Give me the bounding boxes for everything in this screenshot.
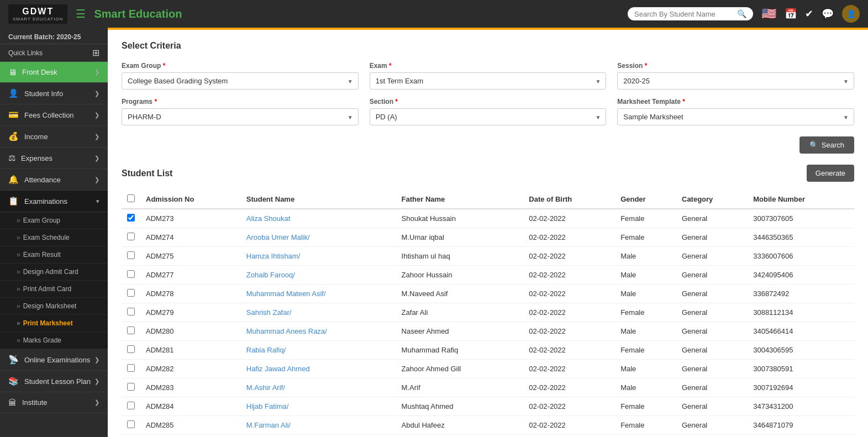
row-checkbox[interactable]	[127, 345, 135, 353]
sidebar-item-expenses[interactable]: ⚖ Expenses ❯	[0, 148, 108, 169]
grid-icon[interactable]: ⊞	[92, 48, 99, 58]
sidebar-item-print-admit-card[interactable]: Print Admit Card	[0, 281, 108, 298]
student-link[interactable]: Arooba Umer Malik/	[246, 233, 310, 241]
sidebar-item-fees-collection[interactable]: 💳 Fees Collection ❯	[0, 104, 108, 126]
table-row: ADM275 Hamza Ihtisham/ Ihtisham ul haq 0…	[122, 247, 854, 266]
row-dob: 02-02-2022	[523, 247, 615, 266]
row-mobile: 3004306595	[748, 341, 854, 360]
row-mobile: 336872492	[748, 285, 854, 303]
student-link[interactable]: Muhammad Mateen Asif/	[246, 289, 326, 298]
sidebar-item-exam-result[interactable]: Exam Result	[0, 246, 108, 264]
sidebar-item-design-admit-card[interactable]: Design Admit Card	[0, 264, 108, 281]
row-admission-no: ADM286	[140, 435, 241, 438]
row-checkbox[interactable]	[127, 383, 135, 391]
section-select[interactable]: PD (A)	[370, 108, 607, 125]
sidebar-item-marks-grade[interactable]: Marks Grade	[0, 332, 108, 349]
student-link[interactable]: Rabia Rafiq/	[246, 346, 286, 354]
row-student-name[interactable]: Zohaib Farooq/	[241, 266, 396, 285]
exam-select[interactable]: 1st Term Exam	[370, 72, 607, 89]
sidebar-item-income[interactable]: 💰 Income ❯	[0, 126, 108, 148]
row-student-name[interactable]: Hafiz Jawad Ahmed	[241, 360, 396, 378]
student-link[interactable]: Muhammad Anees Raza/	[246, 327, 327, 335]
row-mobile: 3446350365	[748, 228, 854, 247]
row-checkbox[interactable]	[127, 214, 135, 222]
row-checkbox[interactable]	[127, 308, 135, 315]
sidebar-item-examinations[interactable]: 📋 Examinations ▾	[0, 191, 108, 212]
row-student-name[interactable]: Rabia Rafiq/	[241, 341, 396, 360]
row-checkbox-cell	[122, 247, 140, 266]
session-select[interactable]: 2020-25	[617, 72, 854, 89]
row-checkbox[interactable]	[127, 364, 135, 372]
row-category: General	[676, 228, 748, 247]
student-table: Admission No Student Name Father Name Da…	[122, 190, 854, 437]
chevron-right-icon: ❯	[94, 90, 99, 97]
search-input[interactable]	[634, 10, 734, 18]
row-student-name[interactable]: Muhammad Mateen Asif/	[241, 285, 396, 303]
sidebar-item-front-desk[interactable]: 🖥 Front Desk ❯	[0, 62, 108, 83]
student-list-title: Student List	[122, 169, 172, 178]
col-dob: Date of Birth	[523, 190, 615, 209]
programs-select[interactable]: PHARM-D	[122, 108, 359, 125]
row-student-name[interactable]: Sahrish Zafar/	[241, 303, 396, 322]
row-admission-no: ADM285	[140, 416, 241, 435]
row-student-name[interactable]: Hamza Ihtisham/	[241, 247, 396, 266]
sidebar-item-attendance[interactable]: 🔔 Attendance ❯	[0, 169, 108, 191]
row-student-name[interactable]: Atika Shahid/	[241, 435, 396, 438]
marksheet-template-select[interactable]: Sample Marksheet	[617, 108, 854, 125]
content-inner: Select Criteria Exam Group * College Bas…	[108, 30, 868, 437]
row-admission-no: ADM282	[140, 360, 241, 378]
row-gender: Female	[615, 303, 676, 322]
sidebar-item-exam-schedule[interactable]: Exam Schedule	[0, 229, 108, 246]
search-button[interactable]: 🔍 Search	[799, 136, 854, 154]
sidebar-item-print-marksheet[interactable]: Print Marksheet	[0, 315, 108, 332]
row-checkbox[interactable]	[127, 270, 135, 278]
sidebar-item-student-info[interactable]: 👤 Student Info ❯	[0, 83, 108, 104]
whatsapp-icon[interactable]: 💬	[822, 8, 834, 20]
app-title: Smart Education	[94, 8, 619, 20]
table-row: ADM274 Arooba Umer Malik/ M.Umar iqbal 0…	[122, 228, 854, 247]
sidebar-item-student-lesson-plan[interactable]: 📚 Student Lesson Plan ❯	[0, 371, 108, 392]
row-checkbox[interactable]	[127, 251, 135, 259]
sidebar-item-online-examinations[interactable]: 📡 Online Examinations ❯	[0, 349, 108, 371]
calendar-icon[interactable]: 📅	[785, 8, 797, 20]
row-student-name[interactable]: M.Farman Ali/	[241, 416, 396, 435]
student-link[interactable]: Hijab Fatima/	[246, 402, 289, 410]
row-student-name[interactable]: Aliza Shoukat	[241, 209, 396, 228]
row-student-name[interactable]: Arooba Umer Malik/	[241, 228, 396, 247]
row-gender: Male	[615, 266, 676, 285]
row-gender: Male	[615, 247, 676, 266]
flag-icon[interactable]: 🇺🇸	[761, 7, 776, 21]
row-student-name[interactable]: M.Ashir Arif/	[241, 378, 396, 397]
row-checkbox[interactable]	[127, 420, 135, 428]
checkmark-icon[interactable]: ✔	[805, 8, 813, 20]
exam-group-select[interactable]: College Based Grading System	[122, 72, 359, 89]
row-mobile: 3473431200	[748, 397, 854, 416]
chevron-right-icon: ❯	[94, 399, 99, 406]
row-category: General	[676, 209, 748, 228]
student-link[interactable]: Sahrish Zafar/	[246, 308, 292, 317]
hamburger-icon[interactable]: ☰	[76, 7, 86, 20]
generate-button[interactable]: Generate	[807, 165, 854, 182]
row-checkbox[interactable]	[127, 402, 135, 409]
col-admission-no: Admission No	[140, 190, 241, 209]
sidebar-item-institute[interactable]: 🏛 Institute ❯	[0, 392, 108, 413]
student-link[interactable]: Zohaib Farooq/	[246, 271, 295, 279]
student-link[interactable]: Hamza Ihtisham/	[246, 252, 301, 260]
row-mobile: 3056887669	[748, 435, 854, 438]
row-student-name[interactable]: Hijab Fatima/	[241, 397, 396, 416]
sidebar-item-design-marksheet[interactable]: Design Marksheet	[0, 298, 108, 315]
avatar[interactable]: 👤	[842, 5, 860, 23]
row-dob: 02-02-2022	[523, 228, 615, 247]
student-link[interactable]: Hafiz Jawad Ahmed	[246, 365, 310, 373]
row-checkbox[interactable]	[127, 233, 135, 240]
row-category: General	[676, 266, 748, 285]
row-checkbox[interactable]	[127, 289, 135, 297]
select-all-checkbox[interactable]	[127, 194, 135, 202]
row-category: General	[676, 341, 748, 360]
row-student-name[interactable]: Muhammad Anees Raza/	[241, 322, 396, 341]
student-link[interactable]: Aliza Shoukat	[246, 214, 291, 223]
student-link[interactable]: M.Farman Ali/	[246, 421, 291, 429]
row-checkbox[interactable]	[127, 327, 135, 334]
student-link[interactable]: M.Ashir Arif/	[246, 383, 285, 392]
sidebar-item-exam-group[interactable]: Exam Group	[0, 212, 108, 229]
